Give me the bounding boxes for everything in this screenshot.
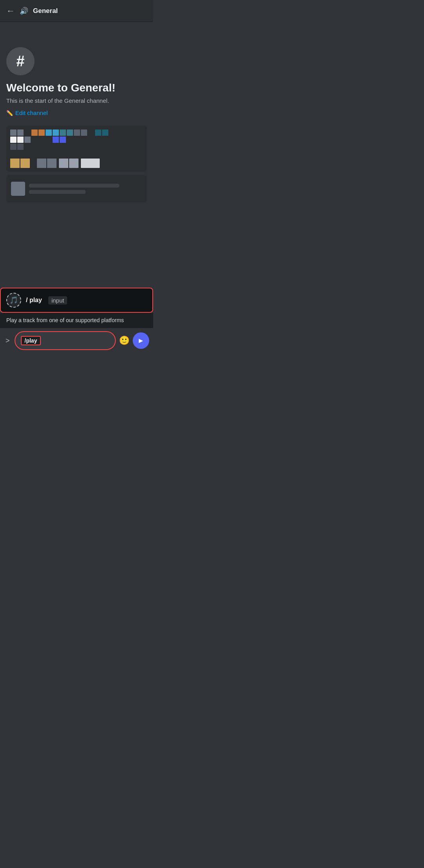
command-name: / play (26, 297, 42, 304)
send-button[interactable]: ► (133, 332, 149, 349)
slash-command-button[interactable]: > (4, 335, 11, 346)
header: ← 🔊 General (0, 0, 153, 22)
edit-channel-label: Edit channel (15, 109, 48, 116)
input-bar: > /play 🙂 ► (0, 328, 153, 353)
image-thumb-small (11, 182, 25, 196)
images-area (6, 126, 147, 202)
edit-channel-link[interactable]: ✏️ Edit channel (6, 109, 147, 116)
command-description-text: Play a track from one of our supported p… (6, 317, 124, 323)
welcome-subtitle: This is the start of the General channel… (6, 97, 147, 104)
send-icon: ► (137, 337, 144, 345)
channel-hash-icon: # (16, 54, 24, 69)
channel-audio-icon: 🔊 (20, 7, 28, 15)
channel-icon-circle: # (6, 47, 35, 75)
main-content: # Welcome to General! This is the start … (0, 22, 153, 288)
slash-play-tag: /play (21, 336, 41, 345)
command-suggestion-bar: 🎵 / play input (0, 288, 153, 313)
bot-icon: 🎵 (6, 293, 21, 308)
emoji-button[interactable]: 🙂 (119, 336, 130, 346)
text-input-area[interactable]: /play (15, 331, 116, 350)
pencil-icon: ✏️ (6, 110, 13, 116)
emoji-icon: 🙂 (119, 336, 130, 345)
back-button[interactable]: ← (6, 6, 15, 16)
pixel-art (10, 129, 108, 150)
chevron-right-icon: > (5, 337, 10, 345)
command-description-bar: Play a track from one of our supported p… (0, 313, 153, 328)
channel-title: General (33, 7, 58, 15)
music-note-icon: 🎵 (9, 296, 18, 305)
command-input-label: input (48, 296, 68, 305)
image-bars (29, 184, 142, 194)
welcome-title: Welcome to General! (6, 82, 147, 94)
image-bar-1 (29, 184, 119, 188)
color-blocks-row (10, 159, 100, 168)
image-card-2 (6, 175, 147, 202)
image-card-1 (6, 126, 147, 172)
image-bar-2 (29, 190, 86, 194)
